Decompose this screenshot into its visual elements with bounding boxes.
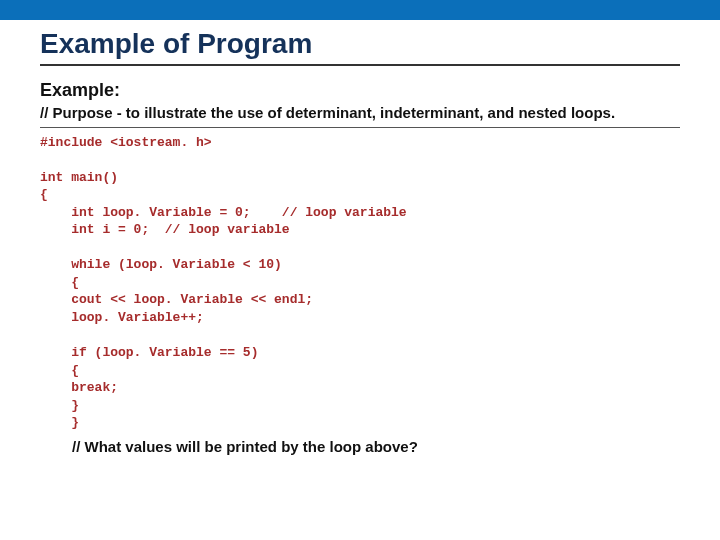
code-block: #include <iostream. h> int main() { int … <box>40 134 680 432</box>
slide-content: Example of Program Example: // Purpose -… <box>0 20 720 455</box>
purpose-comment: // Purpose - to illustrate the use of de… <box>40 103 680 128</box>
question-comment: // What values will be printed by the lo… <box>40 438 680 455</box>
top-accent-bar <box>0 0 720 20</box>
slide-title: Example of Program <box>40 28 680 66</box>
example-label: Example: <box>40 80 680 101</box>
